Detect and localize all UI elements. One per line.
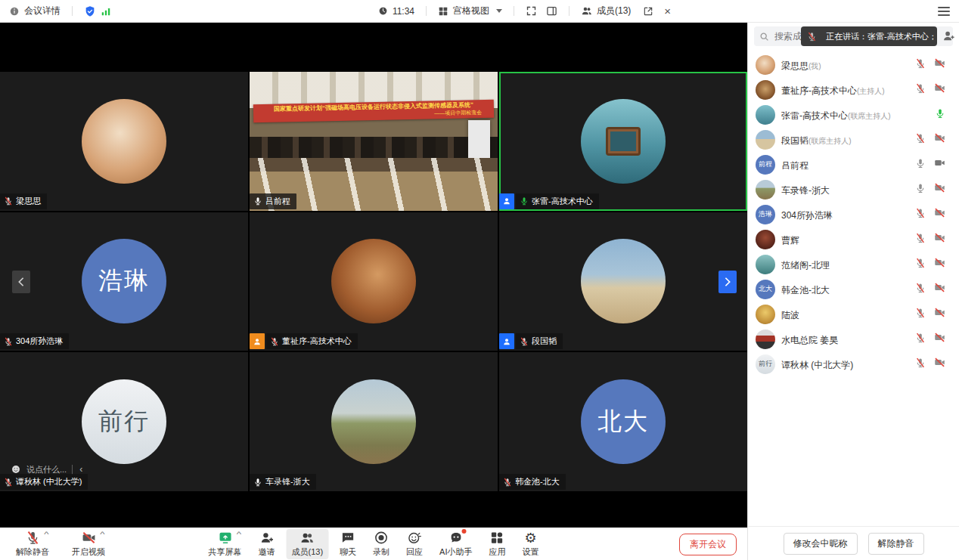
member-mic-button[interactable]	[915, 158, 926, 172]
leave-meeting-button[interactable]: 离开会议	[679, 534, 737, 555]
view-mode-selector[interactable]: 宫格视图	[453, 5, 489, 17]
video-tile[interactable]: 梁思思	[0, 72, 248, 211]
member-mic-button[interactable]	[915, 58, 926, 72]
meeting-details-link[interactable]: 会议详情	[24, 5, 61, 17]
member-row[interactable]: 车录锋-浙大	[748, 177, 959, 202]
mic-muted-icon	[26, 531, 40, 545]
member-mic-button[interactable]	[915, 233, 926, 246]
network-signal-icon[interactable]	[101, 6, 111, 17]
side-layout-icon[interactable]	[546, 5, 557, 17]
apps-button[interactable]: 应用	[483, 529, 511, 559]
member-camera-button[interactable]	[934, 282, 945, 296]
cam-off-icon: ^	[82, 531, 96, 545]
member-mic-button[interactable]	[915, 133, 926, 147]
chat-button[interactable]: 聊天	[334, 529, 362, 559]
member-role: (我)	[808, 62, 821, 70]
ai-assistant-button[interactable]: AI小助手	[434, 529, 477, 559]
video-tile[interactable]: 前行 谭秋林 (中北大学) 说点什么... ‹	[0, 352, 248, 491]
member-camera-button[interactable]	[934, 57, 945, 72]
mic-muted-icon	[520, 337, 529, 346]
apps-icon	[490, 531, 504, 545]
unmute-button[interactable]: ^解除静音	[11, 529, 54, 559]
next-page-arrow[interactable]	[718, 271, 737, 293]
prev-page-arrow[interactable]	[12, 271, 30, 293]
member-camera-button[interactable]	[934, 357, 945, 371]
divider	[514, 6, 514, 16]
chevron-up-icon[interactable]: ^	[237, 531, 241, 538]
reactions-button[interactable]: 回应	[401, 529, 428, 559]
collapse-icon[interactable]: ‹	[78, 464, 84, 475]
member-mic-button[interactable]	[915, 357, 926, 371]
video-tile[interactable]: 浩琳 304所孙浩琳	[0, 212, 248, 351]
video-tile[interactable]: 车录锋-浙大	[250, 352, 498, 491]
member-mic-button[interactable]	[915, 283, 926, 296]
member-mic-button[interactable]	[915, 83, 926, 97]
member-mic-button[interactable]	[915, 208, 926, 221]
share-screen-button[interactable]: ^共享屏幕	[203, 529, 247, 559]
member-name: 梁思思	[781, 60, 808, 71]
member-row[interactable]: 陆波	[748, 302, 959, 326]
camera-icon	[934, 157, 945, 169]
member-mic-button[interactable]	[915, 308, 926, 321]
video-tile[interactable]: 张雷-高技术中心	[499, 72, 747, 211]
member-mic-button[interactable]	[935, 108, 945, 122]
settings-button[interactable]: ⚙设置	[517, 529, 544, 559]
member-camera-button[interactable]	[934, 232, 945, 246]
member-row[interactable]: 前程吕前程	[748, 152, 959, 177]
member-row[interactable]: 前行谭秋林 (中北大学)	[748, 351, 959, 376]
member-row[interactable]: 张雷-高技术中心(联席主持人)	[748, 102, 959, 127]
member-camera-button[interactable]	[934, 157, 945, 172]
member-camera-button[interactable]	[934, 132, 945, 147]
video-tile[interactable]: 段国韬	[499, 212, 747, 351]
speaking-indicator: 正在讲话：张雷-高技术中心；	[801, 26, 937, 46]
ai-icon	[448, 531, 463, 545]
members-icon	[300, 531, 315, 545]
record-button[interactable]: 录制	[368, 529, 395, 559]
member-camera-button[interactable]	[934, 257, 945, 271]
info-icon[interactable]	[9, 6, 20, 17]
member-row[interactable]: 段国韬(联席主持人)	[748, 127, 959, 152]
close-panel-icon[interactable]: ×	[664, 5, 671, 17]
member-name: 304所孙浩琳	[781, 210, 833, 221]
security-shield-icon[interactable]	[84, 5, 96, 17]
emoji-icon[interactable]	[11, 464, 21, 475]
member-mic-button[interactable]	[915, 258, 926, 271]
video-tile[interactable]: 董祉序-高技术中心	[250, 212, 498, 351]
fullscreen-icon[interactable]	[526, 5, 537, 17]
members-button[interactable]: 成员(13)	[287, 529, 329, 559]
member-camera-button[interactable]	[934, 82, 945, 97]
members-tab-label: 成员(13)	[597, 5, 631, 17]
avatar: 浩琳	[756, 205, 775, 224]
member-row[interactable]: 董祉序-高技术中心(主持人)	[748, 77, 959, 102]
add-member-icon[interactable]	[942, 29, 955, 42]
popout-panel-icon[interactable]	[643, 6, 653, 17]
member-camera-button[interactable]	[934, 182, 945, 196]
participant-name-label: 304所孙浩琳	[0, 333, 69, 349]
member-camera-button[interactable]	[934, 332, 945, 346]
member-row[interactable]: 梁思思(我)	[748, 52, 959, 77]
members-panel-tab[interactable]: 成员(13)	[581, 5, 631, 17]
member-row[interactable]: 曹辉	[748, 227, 959, 252]
rename-button[interactable]: 修改会中昵称	[784, 533, 858, 555]
member-camera-button[interactable]	[934, 307, 945, 321]
member-mic-button[interactable]	[915, 183, 926, 196]
member-mic-button[interactable]	[915, 333, 926, 346]
panel-footer: 修改会中昵称解除静音	[748, 526, 959, 560]
member-row[interactable]: 水电总院 姜昊	[748, 326, 959, 351]
chevron-up-icon[interactable]: ^	[100, 531, 104, 538]
video-tile[interactable]: 北大 韩金池-北大	[499, 352, 747, 491]
grid-view-icon[interactable]	[438, 6, 448, 17]
member-row[interactable]: 北大韩金池-北大	[748, 277, 959, 302]
start-video-button[interactable]: ^开启视频	[67, 529, 110, 559]
member-row[interactable]: 浩琳304所孙浩琳	[748, 202, 959, 227]
chevron-up-icon[interactable]: ^	[44, 531, 48, 538]
member-camera-button[interactable]	[934, 207, 945, 221]
member-name: 董祉序-高技术中心	[781, 85, 857, 96]
unmute-button[interactable]: 解除静音	[868, 533, 924, 555]
invite-button[interactable]: 邀请	[253, 529, 281, 559]
menu-icon[interactable]	[938, 7, 950, 16]
camera-off-icon	[934, 257, 945, 268]
react-icon	[408, 531, 422, 545]
video-tile[interactable]: 国家重点研发计划“强磁场高电压设备运行状态非侵入式监测传感器及系统”——项目中期…	[250, 72, 498, 211]
member-row[interactable]: 范绪阁-北理	[748, 252, 959, 277]
